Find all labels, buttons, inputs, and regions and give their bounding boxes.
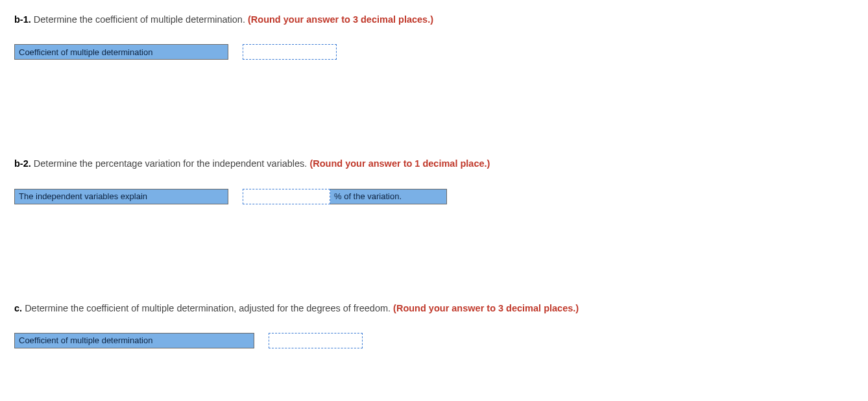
question-c-hint: (Round your answer to 3 decimal places.) <box>393 303 579 313</box>
question-b1: b-1. Determine the coefficient of multip… <box>14 13 854 60</box>
question-b1-input[interactable] <box>243 45 336 59</box>
question-c-label: c. <box>14 303 22 313</box>
question-b2-field-suffix: % of the variation. <box>330 189 447 204</box>
question-b2: b-2. Determine the percentage variation … <box>14 157 854 204</box>
question-b2-text: Determine the percentage variation for t… <box>34 158 307 169</box>
question-b2-answer-row: The independent variables explain % of t… <box>14 189 854 204</box>
question-b1-prompt: b-1. Determine the coefficient of multip… <box>14 13 854 26</box>
question-b1-input-cell <box>243 44 337 60</box>
question-b2-prompt: b-2. Determine the percentage variation … <box>14 157 854 170</box>
question-c: c. Determine the coefficient of multiple… <box>14 302 854 348</box>
question-b2-field-label: The independent variables explain <box>14 189 228 204</box>
question-b1-label: b-1. <box>14 14 31 25</box>
question-b2-label: b-2. <box>14 158 31 169</box>
question-b2-input[interactable] <box>243 189 330 204</box>
question-c-prompt: c. Determine the coefficient of multiple… <box>14 302 854 315</box>
question-b1-field-label: Coefficient of multiple determination <box>14 44 228 60</box>
question-c-input[interactable] <box>269 334 362 348</box>
question-b1-answer-row: Coefficient of multiple determination <box>14 44 854 60</box>
question-b1-hint: (Round your answer to 3 decimal places.) <box>248 14 433 25</box>
question-c-text: Determine the coefficient of multiple de… <box>25 303 391 313</box>
question-c-field-label: Coefficient of multiple determination <box>14 333 254 348</box>
question-b2-hint: (Round your answer to 1 decimal place.) <box>309 158 490 169</box>
question-c-input-cell <box>269 333 363 348</box>
question-b2-input-cell <box>243 189 330 204</box>
question-c-answer-row: Coefficient of multiple determination <box>14 333 854 348</box>
question-b1-text: Determine the coefficient of multiple de… <box>34 14 245 25</box>
